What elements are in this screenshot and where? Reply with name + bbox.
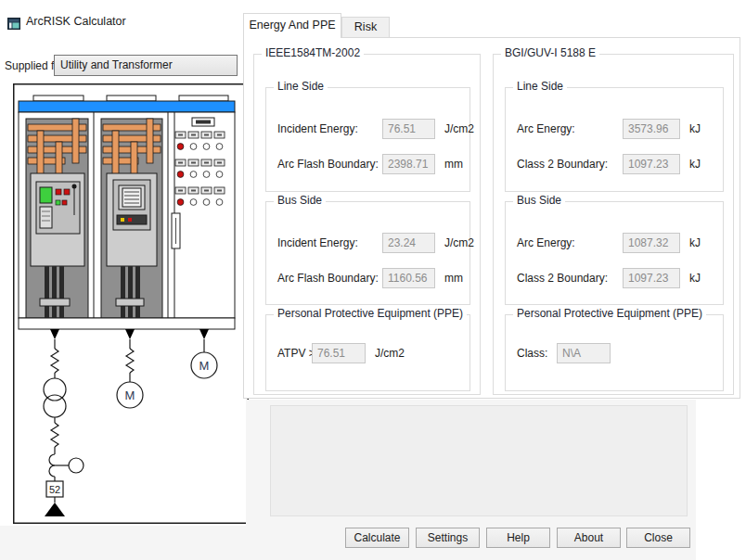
settings-button[interactable]: Settings — [416, 528, 480, 548]
arcrisk-window: { "window": { "title": "ArcRISK Calculat… — [0, 0, 746, 560]
calculate-button[interactable]: Calculate — [345, 528, 409, 548]
field-row: Incident Energy: J/cm2 — [266, 233, 469, 253]
class2-boundary-input[interactable] — [623, 268, 680, 288]
field-row: Arc Flash Boundary: mm — [266, 268, 469, 288]
arc-energy-input[interactable] — [623, 119, 680, 139]
group-ieee-line-side: Line Side Incident Energy: J/cm2 Arc Fla… — [265, 87, 470, 192]
group-ieee1584: IEEE1584TM-2002 Line Side Incident Energ… — [253, 54, 481, 395]
app-icon — [7, 18, 20, 30]
cabinet-plinth — [19, 318, 235, 329]
arc-flash-boundary-label: Arc Flash Boundary: — [277, 154, 379, 174]
group-ieee1584-title: IEEE1584TM-2002 — [262, 46, 364, 60]
incident-energy-input[interactable] — [382, 233, 435, 253]
arc-flash-boundary-unit: mm — [444, 268, 463, 288]
supplied-from-combobox[interactable]: Utility and Transformer — [54, 55, 238, 76]
group-ieee-ppe: Personal Protective Equipment (PPE) ATPV… — [265, 314, 470, 391]
incident-energy-unit: J/cm2 — [444, 233, 474, 253]
breaker-1 — [31, 173, 84, 266]
cables-2 — [121, 266, 140, 318]
motor-1-label: M — [125, 388, 135, 402]
field-row: Arc Energy: kJ — [506, 233, 723, 253]
breaker-52-label: 52 — [49, 484, 60, 495]
field-row: Arc Flash Boundary: mm — [266, 154, 469, 174]
atpv-unit: J/cm2 — [375, 343, 405, 363]
arc-energy-unit: kJ — [689, 233, 701, 253]
arc-energy-label: Arc Energy: — [517, 233, 575, 253]
ppe-class-input[interactable] — [557, 343, 611, 363]
atpv-label: ATPV > — [277, 343, 315, 363]
group-bgi-ppe: Personal Protective Equipment (PPE) Clas… — [505, 314, 724, 391]
class2-boundary-unit: kJ — [689, 154, 701, 174]
breaker-2 — [107, 173, 157, 266]
field-row: ATPV > J/cm2 — [266, 343, 469, 363]
arc-flash-boundary-unit: mm — [444, 154, 463, 174]
tab-risk[interactable]: Risk — [341, 17, 390, 37]
field-row: Class: — [506, 343, 723, 363]
ppe-class-label: Class: — [517, 343, 547, 363]
arc-energy-input[interactable] — [623, 233, 680, 253]
group-bgi-guv: BGI/GUV-I 5188 E Line Side Arc Energy: k… — [493, 54, 734, 395]
field-row: Arc Energy: kJ — [506, 119, 723, 139]
arc-flash-boundary-label: Arc Flash Boundary: — [277, 268, 379, 288]
group-ieee-bus-side: Bus Side Incident Energy: J/cm2 Arc Flas… — [265, 201, 470, 305]
help-button[interactable]: Help — [486, 528, 550, 548]
close-button[interactable]: Close — [626, 528, 690, 548]
oneline-diagram-canvas: 52 M M — [13, 83, 249, 524]
field-row: Class 2 Boundary: kJ — [506, 154, 723, 174]
arc-flash-boundary-input[interactable] — [382, 154, 435, 174]
class2-boundary-unit: kJ — [689, 268, 701, 288]
tab-energy-and-ppe[interactable]: Energy And PPE — [243, 13, 341, 38]
tab-page-energy-and-ppe: IEEE1584TM-2002 Line Side Incident Energ… — [243, 37, 740, 399]
results-placeholder-panel — [270, 405, 688, 516]
class2-boundary-label: Class 2 Boundary: — [517, 268, 608, 288]
incident-energy-input[interactable] — [382, 119, 435, 139]
group-bgi-bus-side: Bus Side Arc Energy: kJ Class 2 Boundary… — [505, 201, 724, 305]
bus-duct — [19, 101, 235, 112]
arc-energy-label: Arc Energy: — [517, 119, 575, 139]
motor-2-label: M — [199, 359, 210, 373]
field-row: Incident Energy: J/cm2 — [266, 119, 469, 139]
cables-1 — [45, 266, 64, 318]
lower-left-strip — [0, 526, 246, 560]
class2-boundary-input[interactable] — [623, 154, 680, 174]
breaker-display-green — [40, 187, 52, 203]
class2-boundary-label: Class 2 Boundary: — [517, 154, 608, 174]
cable-clamp-2 — [116, 299, 144, 306]
incident-energy-label: Incident Energy: — [277, 233, 358, 253]
incident-energy-unit: J/cm2 — [444, 119, 474, 139]
group-bgi-guv-title: BGI/GUV-I 5188 E — [501, 46, 599, 60]
field-row: Class 2 Boundary: kJ — [506, 268, 723, 288]
cable-clamp-1 — [40, 299, 70, 306]
incident-energy-label: Incident Energy: — [277, 119, 358, 139]
roof-lugs — [33, 95, 228, 101]
window-title: ArcRISK Calculator — [26, 15, 126, 28]
arc-energy-unit: kJ — [689, 119, 701, 139]
about-button[interactable]: About — [557, 528, 621, 548]
arc-flash-boundary-input[interactable] — [382, 268, 435, 288]
group-bgi-line-side: Line Side Arc Energy: kJ Class 2 Boundar… — [505, 87, 724, 192]
atpv-input[interactable] — [312, 343, 366, 363]
